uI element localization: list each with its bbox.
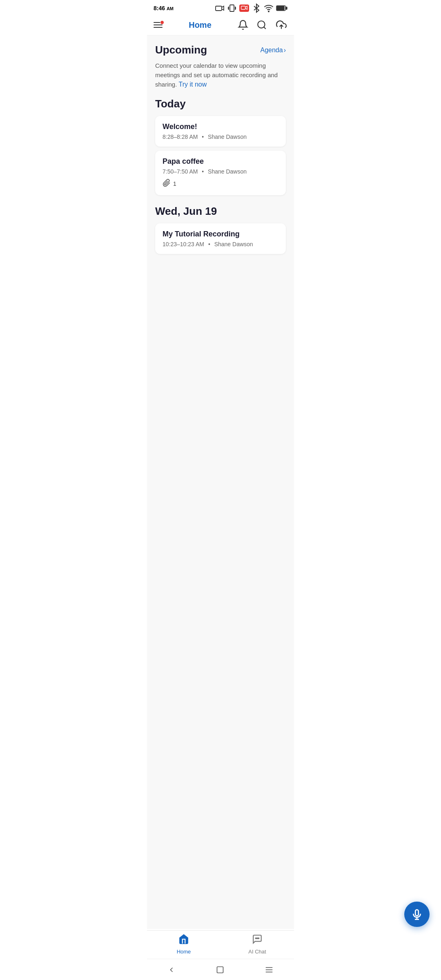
meeting-card-papa-coffee[interactable]: Papa coffee 7:50–7:50 AM • Shane Dawson … <box>155 151 286 195</box>
meeting-card-welcome[interactable]: Welcome! 8:28–8:28 AM • Shane Dawson <box>155 116 286 147</box>
wednesday-title: Wed, Jun 19 <box>155 205 286 218</box>
agenda-link[interactable]: Agenda › <box>261 47 286 54</box>
meeting-title: Welcome! <box>163 122 278 131</box>
svg-line-12 <box>264 27 266 29</box>
meeting-meta: 10:23–10:23 AM • Shane Dawson <box>163 241 278 247</box>
svg-rect-6 <box>241 6 245 9</box>
menu-button[interactable] <box>154 22 163 28</box>
notifications-button[interactable] <box>238 20 248 30</box>
recording-badge <box>239 4 249 12</box>
tab-ai-chat[interactable]: AI Chat <box>220 934 294 955</box>
clip-count: 1 <box>173 180 176 187</box>
nav-right-icons <box>238 20 287 30</box>
today-section: Today Welcome! 8:28–8:28 AM • Shane Daws… <box>155 98 286 195</box>
upcoming-header: Upcoming Agenda › <box>155 44 286 56</box>
wednesday-section: Wed, Jun 19 My Tutorial Recording 10:23–… <box>155 205 286 254</box>
bottom-navigation: Home AI Chat <box>147 930 294 959</box>
svg-rect-20 <box>217 967 223 973</box>
vibrate-icon <box>227 3 237 13</box>
status-icons <box>215 3 287 13</box>
svg-point-7 <box>268 11 269 12</box>
svg-rect-9 <box>277 6 284 10</box>
nav-notification-dot <box>160 20 164 24</box>
meeting-actions: 1 <box>163 179 278 189</box>
android-back-button[interactable] <box>167 966 176 974</box>
status-bar: 8:46 AM <box>147 0 294 15</box>
svg-point-19 <box>258 938 259 939</box>
svg-point-11 <box>258 21 265 28</box>
svg-rect-10 <box>286 7 287 9</box>
bluetooth-icon <box>252 3 261 13</box>
upload-button[interactable] <box>275 20 287 30</box>
svg-point-17 <box>256 938 256 939</box>
meeting-meta: 8:28–8:28 AM • Shane Dawson <box>163 134 278 140</box>
svg-rect-0 <box>216 6 222 11</box>
tab-home[interactable]: Home <box>147 934 220 955</box>
upcoming-title: Upcoming <box>155 44 207 56</box>
meeting-title: Papa coffee <box>163 157 278 166</box>
camera-icon <box>215 3 225 13</box>
ai-chat-tab-label: AI Chat <box>248 949 266 955</box>
today-title: Today <box>155 98 286 110</box>
try-it-now-link[interactable]: Try it now <box>179 81 207 88</box>
home-tab-label: Home <box>177 949 191 955</box>
status-time: 8:46 AM <box>154 5 174 11</box>
meeting-meta: 7:50–7:50 AM • Shane Dawson <box>163 168 278 175</box>
wifi-icon <box>264 3 274 13</box>
nav-title: Home <box>189 20 212 30</box>
top-navigation: Home <box>147 15 294 36</box>
android-navigation-bar <box>147 959 294 980</box>
svg-point-18 <box>257 938 258 939</box>
home-tab-icon <box>178 934 189 947</box>
battery-icon <box>276 5 287 11</box>
calendar-description: Connect your calendar to view upcoming m… <box>155 61 286 89</box>
clip-icon <box>163 179 171 189</box>
meeting-title: My Tutorial Recording <box>163 230 278 238</box>
ai-chat-tab-icon <box>252 934 263 947</box>
android-home-button[interactable] <box>216 966 224 974</box>
svg-rect-1 <box>230 5 234 11</box>
main-content: Upcoming Agenda › Connect your calendar … <box>147 36 294 929</box>
android-menu-button[interactable] <box>265 965 274 974</box>
search-button[interactable] <box>256 20 267 30</box>
meeting-card-tutorial[interactable]: My Tutorial Recording 10:23–10:23 AM • S… <box>155 223 286 254</box>
